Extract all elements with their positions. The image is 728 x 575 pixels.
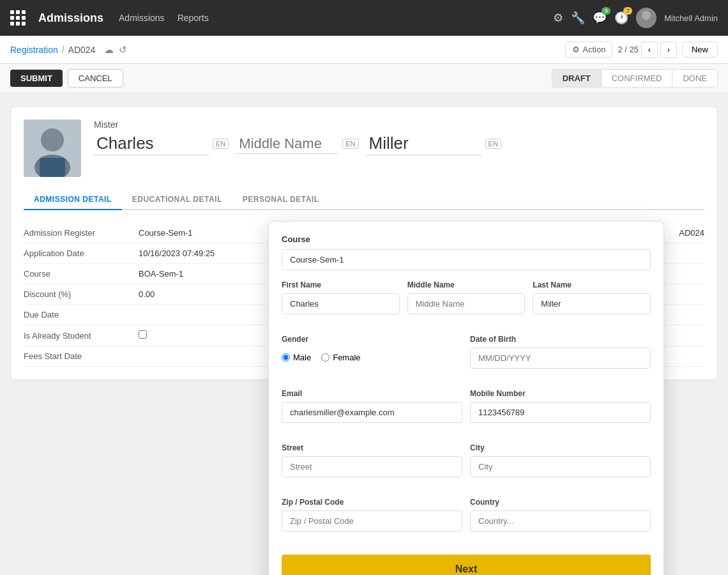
dialog-middle-name-label: Middle Name	[407, 280, 526, 289]
top-navigation: Admissions Admissions Reports ⚙ 🔧 💬 9 🕐 …	[0, 0, 728, 36]
dialog-email-label: Email	[282, 389, 462, 398]
dialog-gender-dob-row: Gender Male Female Date of Birth	[282, 335, 651, 369]
tab-admission-detail[interactable]: ADMISSION DETAIL	[24, 190, 122, 210]
avatar[interactable]	[636, 8, 656, 28]
first-name-input[interactable]	[94, 132, 209, 155]
next-button[interactable]: Next	[282, 555, 651, 575]
dialog-country-input[interactable]	[470, 510, 651, 532]
dialog-mobile-input[interactable]	[470, 402, 651, 423]
clock-icon[interactable]: 🕐 7	[614, 11, 628, 25]
dialog-city-label: City	[470, 443, 651, 452]
dialog-first-name-input[interactable]	[282, 293, 400, 314]
svg-point-0	[642, 11, 651, 20]
menu-admissions[interactable]: Admissions	[119, 13, 165, 23]
dialog-middle-name-input[interactable]	[407, 293, 526, 314]
next-page-button[interactable]: ›	[660, 42, 677, 58]
action-label: Action	[582, 45, 605, 54]
last-name-input[interactable]	[367, 132, 482, 155]
registration-dialog: Course First Name Middle Name Last Name	[268, 221, 664, 575]
dialog-course-label: Course	[282, 234, 651, 244]
breadcrumb: Registration / AD024 ☁ ↺	[10, 44, 565, 56]
breadcrumb-right: ⚙ Action 2 / 25 ‹ › New	[565, 42, 718, 58]
clock-badge: 7	[623, 7, 632, 15]
dialog-zip-col: Zip / Postal Code	[282, 498, 462, 532]
settings-icon[interactable]: ⚙	[553, 11, 563, 25]
dialog-gender-radio-group: Male Female	[282, 353, 462, 362]
messages-icon[interactable]: 💬 9	[593, 11, 607, 25]
top-menu: Admissions Reports	[119, 13, 553, 23]
messages-badge: 9	[602, 7, 610, 15]
dialog-gender-male-option[interactable]: Male	[282, 353, 311, 362]
dialog-email-col: Email	[282, 389, 462, 423]
tab-personal-detail[interactable]: PERSONAL DETAIL	[232, 190, 330, 210]
main-content: Mister EN EN EN	[0, 93, 728, 393]
last-name-lang: EN	[485, 139, 501, 149]
dialog-country-label: Country	[470, 498, 651, 507]
dialog-gender-female-option[interactable]: Female	[321, 353, 360, 362]
submit-button[interactable]: SUBMIT	[10, 70, 63, 87]
dialog-city-input[interactable]	[470, 456, 651, 477]
dialog-gender-label: Gender	[282, 335, 462, 344]
dialog-first-name-col: First Name	[282, 280, 400, 314]
apps-menu-icon[interactable]	[10, 10, 26, 26]
breadcrumb-current: AD024	[68, 45, 96, 55]
dialog-mobile-col: Mobile Number	[470, 389, 651, 423]
svg-rect-5	[40, 158, 65, 177]
upload-icon[interactable]: ☁	[104, 44, 114, 56]
status-confirmed[interactable]: CONFIRMED	[601, 69, 672, 88]
tabs: ADMISSION DETAIL EDUCATIONAL DETAIL PERS…	[24, 190, 704, 210]
dialog-email-input[interactable]	[282, 402, 462, 423]
dialog-course-input[interactable]	[282, 249, 651, 270]
refresh-icon[interactable]: ↺	[119, 44, 127, 56]
profile-photo	[24, 119, 81, 177]
dialog-zip-input[interactable]	[282, 510, 462, 532]
dialog-street-col: Street	[282, 443, 462, 477]
last-name-field: EN	[367, 132, 501, 155]
dialog-gender-male-label: Male	[293, 353, 311, 362]
discount-label: Discount (%)	[24, 289, 139, 299]
menu-reports[interactable]: Reports	[178, 13, 209, 23]
salutation: Mister	[94, 119, 704, 130]
dialog-street-label: Street	[282, 443, 462, 452]
dialog-last-name-input[interactable]	[533, 293, 651, 314]
svg-point-1	[639, 20, 654, 28]
application-date-value: 10/16/2023 07:49:25	[139, 249, 215, 258]
wrench-icon[interactable]: 🔧	[571, 11, 585, 25]
due-date-label: Due Date	[24, 310, 139, 319]
status-draft[interactable]: DRAFT	[552, 69, 601, 88]
dialog-last-name-label: Last Name	[533, 280, 651, 289]
profile-photo-svg	[24, 119, 81, 177]
breadcrumb-icons: ☁ ↺	[104, 44, 127, 56]
status-bar: DRAFT CONFIRMED DONE	[552, 69, 718, 88]
dialog-street-city-row: Street City	[282, 443, 651, 477]
dialog-gender-female-label: Female	[333, 353, 360, 362]
middle-name-input[interactable]	[236, 134, 338, 154]
status-done[interactable]: DONE	[672, 69, 718, 88]
action-button[interactable]: ⚙ Action	[565, 42, 612, 57]
dialog-dob-input[interactable]	[470, 348, 651, 369]
page-navigation: 2 / 25 ‹ ›	[618, 42, 677, 58]
dialog-gender-male-radio[interactable]	[282, 353, 290, 362]
admin-name: Mitchell Admin	[664, 13, 718, 23]
topnav-actions: ⚙ 🔧 💬 9 🕐 7 Mitchell Admin	[553, 8, 718, 28]
application-date-label: Application Date	[24, 249, 139, 258]
prev-page-button[interactable]: ‹	[641, 42, 658, 58]
tab-educational-detail[interactable]: EDUCATIONAL DETAIL	[122, 190, 232, 210]
dialog-city-col: City	[470, 443, 651, 477]
profile-name-area: Mister EN EN EN	[94, 119, 704, 155]
dialog-dob-col: Date of Birth	[470, 335, 651, 369]
name-row: EN EN EN	[94, 132, 704, 155]
new-button[interactable]: New	[682, 42, 718, 57]
app-title: Admissions	[38, 12, 103, 25]
svg-point-3	[41, 128, 64, 151]
is-already-student-checkbox[interactable]	[139, 330, 147, 339]
profile-header: Mister EN EN EN	[24, 119, 704, 177]
breadcrumb-bar: Registration / AD024 ☁ ↺ ⚙ Action 2 / 25…	[0, 36, 728, 64]
first-name-lang: EN	[213, 139, 229, 149]
breadcrumb-separator: /	[62, 45, 64, 55]
cancel-button[interactable]: CANCEL	[68, 69, 123, 88]
dialog-street-input[interactable]	[282, 456, 462, 477]
dialog-first-name-label: First Name	[282, 280, 400, 289]
breadcrumb-parent[interactable]: Registration	[10, 45, 58, 55]
dialog-gender-female-radio[interactable]	[321, 353, 330, 362]
